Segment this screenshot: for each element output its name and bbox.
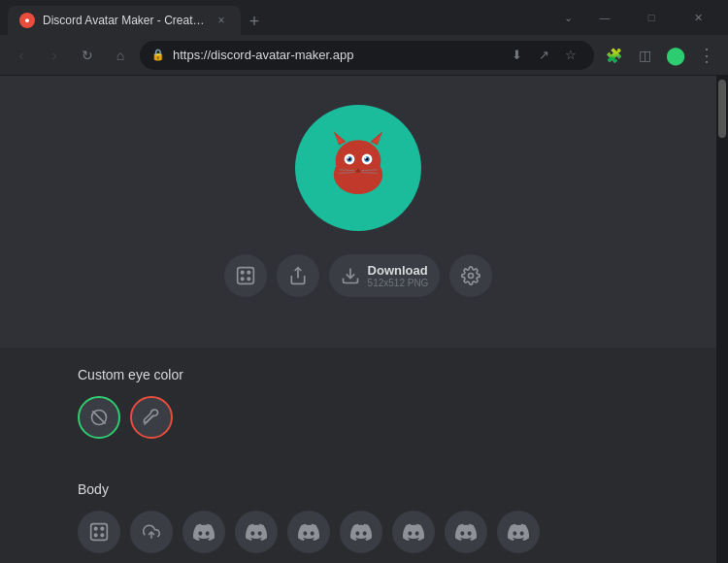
- content-wrapper: Download 512x512 PNG Custom eye c: [0, 76, 728, 563]
- body-section-title: Body: [78, 481, 639, 497]
- reload-button[interactable]: ↻: [74, 42, 101, 69]
- profile-button[interactable]: ⬤: [662, 42, 689, 69]
- download-sub: 512x512 PNG: [368, 278, 429, 288]
- settings-button[interactable]: [449, 254, 492, 297]
- no-color-option[interactable]: [78, 396, 120, 439]
- minimize-button[interactable]: —: [582, 2, 627, 33]
- share-page-icon[interactable]: ↗: [532, 44, 555, 67]
- sidebar-button[interactable]: ◫: [631, 42, 658, 69]
- custom-eye-color-title: Custom eye color: [78, 367, 639, 382]
- body-upload[interactable]: [130, 511, 173, 553]
- svg-rect-20: [237, 268, 253, 284]
- body-option-1[interactable]: [182, 511, 225, 553]
- back-button[interactable]: ‹: [8, 42, 35, 69]
- page-content: Download 512x512 PNG Custom eye c: [0, 76, 716, 563]
- body-option-3[interactable]: [287, 511, 330, 553]
- download-text: Download 512x512 PNG: [368, 263, 429, 288]
- maximize-button[interactable]: □: [629, 2, 674, 33]
- download-icon: [341, 266, 360, 285]
- body-option-4[interactable]: [340, 511, 382, 553]
- svg-point-14: [365, 157, 367, 159]
- body-section: Body: [0, 481, 716, 563]
- svg-point-10: [347, 157, 349, 159]
- svg-point-27: [469, 274, 474, 279]
- tab-close-button[interactable]: ×: [214, 13, 229, 28]
- avatar-section: Download 512x512 PNG: [0, 76, 716, 348]
- svg-point-35: [101, 534, 104, 537]
- svg-point-22: [248, 271, 250, 274]
- close-button[interactable]: ✕: [676, 2, 720, 33]
- randomize-button[interactable]: [224, 254, 267, 297]
- download-label: Download: [368, 263, 429, 278]
- body-randomize[interactable]: [78, 511, 120, 553]
- body-option-6[interactable]: [445, 511, 487, 553]
- body-options: [78, 511, 639, 553]
- body-option-5[interactable]: [392, 511, 435, 553]
- svg-point-33: [101, 527, 104, 530]
- svg-line-29: [92, 411, 105, 423]
- svg-rect-31: [91, 524, 108, 541]
- svg-point-34: [94, 534, 97, 537]
- download-page-icon[interactable]: ⬇: [505, 44, 528, 67]
- lock-icon: 🔒: [151, 49, 165, 61]
- download-button[interactable]: Download 512x512 PNG: [329, 254, 441, 297]
- body-option-7[interactable]: [497, 511, 540, 553]
- scrollbar-thumb[interactable]: [718, 80, 726, 138]
- extensions-button[interactable]: 🧩: [600, 42, 627, 69]
- share-button[interactable]: [277, 254, 319, 297]
- svg-point-23: [241, 278, 244, 281]
- toolbar-right: 🧩 ◫ ⬤ ⋮: [600, 42, 720, 69]
- eyedropper-option[interactable]: [130, 396, 173, 439]
- svg-point-21: [241, 271, 244, 274]
- scrollbar-track[interactable]: [716, 76, 728, 563]
- restore-down-icon: ⌄: [564, 12, 573, 24]
- cat-avatar-svg: [314, 124, 402, 212]
- body-option-2[interactable]: [235, 511, 278, 553]
- browser-frame: ● Discord Avatar Maker - Create yo × + ⌄…: [0, 0, 728, 563]
- bookmark-icon[interactable]: ☆: [559, 44, 582, 67]
- url-actions: ⬇ ↗ ☆: [505, 44, 582, 67]
- home-button[interactable]: ⌂: [107, 42, 134, 69]
- svg-point-32: [94, 527, 97, 530]
- address-bar: ‹ › ↻ ⌂ 🔒 https://discord-avatar-maker.a…: [0, 35, 728, 76]
- active-tab[interactable]: ● Discord Avatar Maker - Create yo ×: [8, 6, 241, 35]
- svg-point-24: [248, 278, 250, 281]
- url-bar[interactable]: 🔒 https://discord-avatar-maker.app ⬇ ↗ ☆: [140, 41, 594, 70]
- avatar-preview: [295, 105, 421, 231]
- title-bar: ● Discord Avatar Maker - Create yo × + ⌄…: [0, 0, 728, 35]
- action-buttons: Download 512x512 PNG: [224, 254, 493, 297]
- custom-eye-color-section: Custom eye color: [0, 348, 716, 481]
- new-tab-button[interactable]: +: [241, 8, 268, 35]
- tab-favicon: ●: [19, 13, 35, 28]
- forward-button[interactable]: ›: [41, 42, 68, 69]
- url-text: https://discord-avatar-maker.app: [173, 48, 497, 62]
- chrome-menu-button[interactable]: ⋮: [693, 42, 720, 69]
- tab-bar: ● Discord Avatar Maker - Create yo × +: [8, 0, 560, 35]
- tab-title: Discord Avatar Maker - Create yo: [43, 14, 206, 27]
- window-controls: ⌄ — □ ✕: [564, 2, 720, 33]
- color-options: [78, 396, 639, 439]
- svg-line-30: [145, 415, 153, 424]
- svg-point-6: [339, 146, 378, 181]
